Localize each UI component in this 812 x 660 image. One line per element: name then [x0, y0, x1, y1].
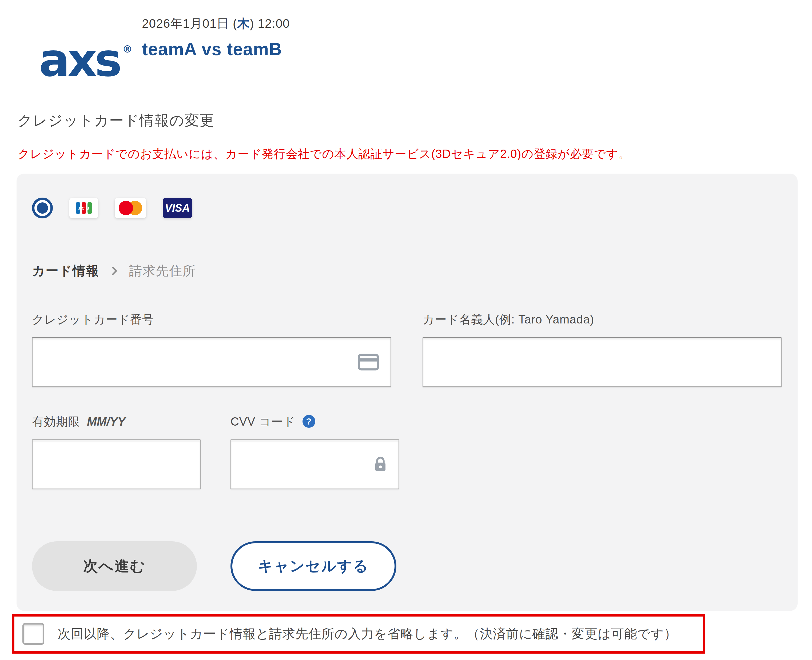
next-button[interactable]: 次へ進む [32, 541, 197, 591]
expiry-input[interactable] [32, 439, 200, 489]
cvv-label-text: CVV コード [230, 415, 296, 428]
action-buttons: 次へ進む キャンセルする [32, 541, 782, 591]
jcb-label: JCB [76, 206, 92, 210]
expiry-label-text: 有効期限 [32, 415, 80, 428]
radio-selected-dot [37, 202, 48, 214]
cvv-wrap [230, 439, 399, 489]
registered-mark: ® [122, 43, 132, 55]
card-holder-input[interactable] [423, 337, 782, 387]
expiry-wrap [32, 439, 200, 489]
save-option-label: 次回以降、クレジットカード情報と請求先住所の入力を省略します。（決済前に確認・変… [57, 625, 677, 643]
3d-secure-notice: クレジットカードでのお支払いには、カード発行会社での本人認証サービス(3Dセキュ… [17, 147, 812, 161]
event-info: 2026年1月01日 (木) 12:00 teamA vs teamB [142, 16, 290, 59]
mastercard-circles [119, 201, 142, 215]
card-number-group: クレジットカード番号 [32, 313, 391, 387]
event-date-prefix: 2026年1月01日 ( [142, 16, 237, 30]
credit-card-radio[interactable] [32, 198, 53, 218]
card-holder-wrap [423, 337, 782, 387]
card-number-wrap [32, 337, 391, 387]
expiry-label: 有効期限MM/YY [32, 415, 200, 428]
form-row-1: クレジットカード番号 カード名義人(例: Taro Yamada) [32, 313, 782, 387]
breadcrumb-step-billing-address: 請求先住所 [129, 262, 196, 279]
save-option-bar: 次回以降、クレジットカード情報と請求先住所の入力を省略します。（決済前に確認・変… [12, 614, 705, 654]
jcb-stripes: JCB [76, 202, 92, 214]
cvv-label: CVV コード? [230, 415, 399, 428]
breadcrumb: カード情報 請求先住所 [32, 264, 782, 278]
event-date: 2026年1月01日 (木) 12:00 [142, 16, 290, 32]
help-icon[interactable]: ? [302, 415, 315, 428]
card-holder-group: カード名義人(例: Taro Yamada) [423, 313, 782, 387]
chevron-right-icon [108, 265, 120, 277]
payment-method-row: JCB VISA [32, 198, 782, 218]
axs-logo: axs® [39, 37, 130, 83]
event-weekday: 木 [237, 16, 249, 30]
mastercard-red-circle [119, 201, 133, 215]
header: axs® 2026年1月01日 (木) 12:00 teamA vs teamB [0, 0, 812, 112]
visa-label: VISA [165, 201, 190, 214]
expiry-group: 有効期限MM/YY [32, 415, 200, 489]
save-checkbox[interactable] [22, 623, 44, 645]
page-title: クレジットカード情報の変更 [17, 112, 812, 129]
visa-icon: VISA [163, 198, 192, 218]
cvv-group: CVV コード? [230, 415, 399, 489]
credit-card-panel: JCB VISA カード情報 請求先住所 クレジットカード番号 [16, 174, 798, 611]
form-row-2: 有効期限MM/YY CVV コード? [32, 415, 782, 489]
card-holder-label: カード名義人(例: Taro Yamada) [423, 313, 782, 326]
card-number-label: クレジットカード番号 [32, 313, 391, 326]
event-date-suffix: ) 12:00 [249, 16, 290, 30]
jcb-icon: JCB [69, 198, 98, 218]
event-title: teamA vs teamB [142, 39, 290, 59]
credit-card-icon [358, 354, 379, 371]
expiry-format: MM/YY [87, 415, 126, 428]
card-number-input[interactable] [32, 337, 391, 387]
mastercard-icon [115, 198, 146, 218]
lock-icon [373, 456, 387, 473]
breadcrumb-step-card-info: カード情報 [32, 262, 99, 279]
axs-logo-text: axs [39, 33, 119, 87]
cancel-button[interactable]: キャンセルする [230, 541, 396, 591]
